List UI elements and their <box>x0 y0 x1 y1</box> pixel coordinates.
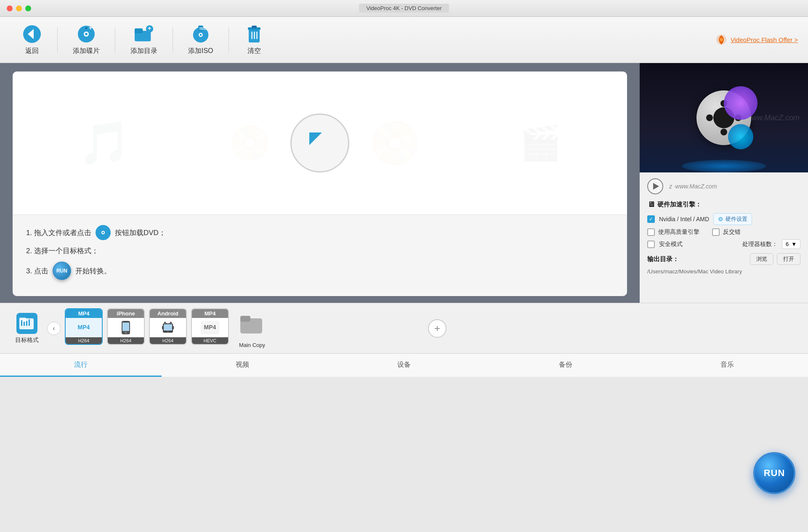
trash-icon <box>244 24 264 44</box>
tab-backup[interactable]: 备份 <box>485 354 646 377</box>
close-button[interactable] <box>7 5 13 11</box>
add-folder-button[interactable]: + 添加目录 <box>119 21 169 59</box>
color-orb-blue <box>728 124 753 149</box>
tab-device[interactable]: 设备 <box>323 354 485 377</box>
svg-point-5 <box>85 27 88 29</box>
svg-rect-21 <box>256 32 258 39</box>
flash-offer-link[interactable]: VideoProc Flash Offer > <box>715 34 798 46</box>
format-card-top: MP4 <box>66 309 102 318</box>
svg-text:MP4: MP4 <box>204 324 216 331</box>
svg-text:+: + <box>148 25 152 32</box>
svg-rect-32 <box>26 321 27 326</box>
safe-mode-label: 安全模式 <box>659 241 683 248</box>
hw-anti-shake-checkbox[interactable] <box>712 228 720 236</box>
hw-quality-label: 使用高质量引擎 <box>658 228 699 236</box>
toolbar: 返回 + 添加碟片 <box>0 17 808 63</box>
svg-text:+: + <box>89 24 92 31</box>
main-copy-label: Main Copy <box>239 342 265 348</box>
add-disc-label: 添加碟片 <box>73 47 100 56</box>
maximize-button[interactable] <box>25 5 31 11</box>
back-button[interactable]: 返回 <box>10 21 54 59</box>
run-btn-inline: RUN <box>53 262 71 280</box>
glow-base <box>682 160 766 172</box>
svg-rect-33 <box>29 319 30 326</box>
open-button[interactable]: 打开 <box>777 253 800 265</box>
svg-text:ISO: ISO <box>199 26 207 31</box>
controls-panel: z ·www.MacZ.com 🖥 硬件加速引擎： Nvidia / Intel… <box>640 172 808 303</box>
svg-rect-8 <box>135 29 143 34</box>
svg-rect-52 <box>240 316 250 322</box>
svg-rect-42 <box>162 326 163 329</box>
format-item-android[interactable]: Android <box>149 308 187 348</box>
tab-video[interactable]: 视频 <box>162 354 323 377</box>
cpu-count-select[interactable]: 6 ▼ <box>782 239 800 249</box>
instruction-3: 3. 点击 RUN 开始转换。 <box>26 262 614 280</box>
format-target-label: 目标格式 <box>15 336 39 344</box>
window-controls <box>7 5 31 11</box>
format-nav-left[interactable]: ‹ <box>47 322 61 335</box>
format-item-main-copy[interactable]: Main Copy <box>233 308 271 348</box>
svg-rect-31 <box>24 322 25 326</box>
hw-quality-checkbox[interactable] <box>647 228 655 236</box>
hw-settings-button[interactable]: ⚙ 硬件设置 <box>713 213 752 225</box>
format-items: MP4 MP4 H264 iPhone <box>61 308 424 348</box>
play-triangle-icon <box>653 183 659 190</box>
hw-gpu-checkbox[interactable] <box>647 215 655 223</box>
clear-button[interactable]: 清空 <box>232 21 276 59</box>
format-target[interactable]: 目标格式 <box>7 313 47 344</box>
left-panel: 🎵 📀 📀 🎬 1. 拖入文件或者点击 <box>0 63 640 303</box>
preview-area: www.MacZ.com <box>640 63 808 172</box>
tab-popular[interactable]: 流行 <box>0 354 162 377</box>
hw-options-row: 使用高质量引擎 反交错 <box>647 228 800 236</box>
format-bar: 目标格式 ‹ MP4 MP4 H264 <box>0 303 808 353</box>
add-iso-label: 添加ISO <box>188 47 213 56</box>
instruction-1: 1. 拖入文件或者点击 按钮加载DVD； <box>26 225 614 240</box>
cpu-count-row: 安全模式 处理器核数： 6 ▼ <box>647 239 800 249</box>
gear-icon: ⚙ <box>718 216 723 222</box>
play-row: z ·www.MacZ.com <box>647 178 800 194</box>
svg-rect-43 <box>173 326 174 329</box>
add-format-button[interactable]: + <box>428 319 447 338</box>
format-item-iphone[interactable]: iPhone H264 <box>107 308 145 348</box>
film-reel <box>696 90 751 145</box>
safe-mode-checkbox[interactable] <box>647 241 655 248</box>
upload-circle <box>290 114 349 172</box>
format-card-mp4-hevc: MP4 MP4 HEVC <box>191 308 229 345</box>
add-folder-icon: + <box>134 24 154 44</box>
main-copy-card <box>233 308 271 340</box>
hw-section: 🖥 硬件加速引擎： Nvidia / Intel / AMD ⚙ 硬件设置 <box>647 200 800 249</box>
tab-music[interactable]: 音乐 <box>646 354 808 377</box>
watermark-label: z ·www.MacZ.com <box>669 183 717 190</box>
main-area: 🎵 📀 📀 🎬 1. 拖入文件或者点击 <box>0 63 808 303</box>
hw-title: 🖥 硬件加速引擎： <box>647 200 800 209</box>
window-title: VideoProc 4K - DVD Converter <box>359 4 449 13</box>
format-item-mp4-h264[interactable]: MP4 MP4 H264 <box>65 308 103 348</box>
format-codec: H264 <box>66 337 102 344</box>
add-folder-label: 添加目录 <box>130 47 157 56</box>
svg-point-44 <box>167 331 169 332</box>
divider-3 <box>173 27 173 53</box>
instruction-2: 2. 选择一个目标格式； <box>26 246 614 256</box>
svg-point-23 <box>720 38 723 41</box>
svg-rect-18 <box>252 26 257 28</box>
format-target-icon <box>16 313 37 334</box>
play-button[interactable] <box>647 178 663 194</box>
svg-rect-41 <box>164 324 172 331</box>
drop-zone[interactable]: 🎵 📀 📀 🎬 <box>13 71 627 214</box>
cpu-count-label: 处理器核数： <box>742 241 778 248</box>
add-iso-button[interactable]: ISO 添加ISO <box>176 21 225 59</box>
add-disc-icon: + <box>76 24 96 44</box>
hw-quality-option: 使用高质量引擎 <box>647 228 699 236</box>
svg-rect-29 <box>19 318 26 321</box>
format-item-mp4-hevc[interactable]: MP4 MP4 HEVC <box>191 308 229 348</box>
add-iso-icon: ISO <box>191 24 211 44</box>
run-button[interactable]: RUN <box>753 452 795 494</box>
add-disc-button[interactable]: + 添加碟片 <box>61 21 112 59</box>
svg-point-4 <box>85 33 88 35</box>
run-button-label: RUN <box>764 468 785 479</box>
minimize-button[interactable] <box>16 5 22 11</box>
right-panel: www.MacZ.com z ·www.MacZ.com 🖥 硬件加速引擎： <box>640 63 808 303</box>
output-buttons: 浏览 打开 <box>750 253 800 265</box>
browse-button[interactable]: 浏览 <box>750 253 773 265</box>
output-row: 输出目录： 浏览 打开 <box>647 253 800 265</box>
